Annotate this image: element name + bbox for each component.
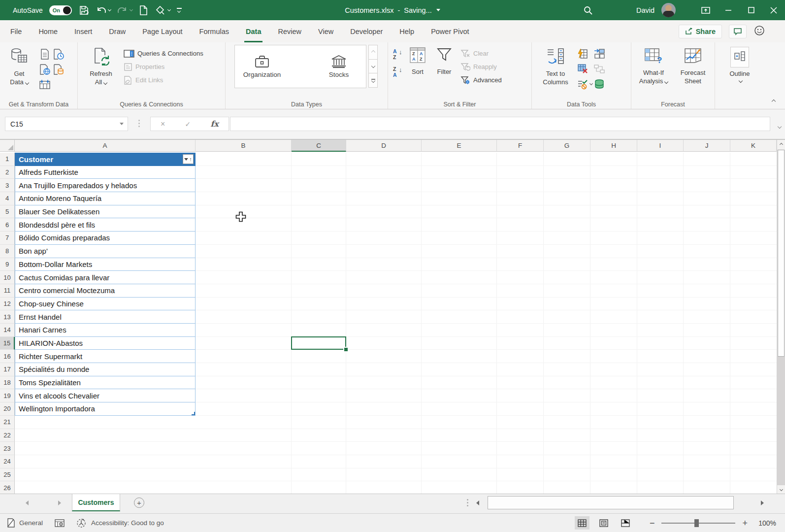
formula-input[interactable] <box>230 117 770 131</box>
cell-A19[interactable]: Vins et alcools Chevalier <box>15 389 196 402</box>
cell-A15[interactable]: HILARION-Abastos <box>15 337 196 350</box>
close-button[interactable] <box>762 0 785 20</box>
sheet-tab-customers[interactable]: Customers <box>72 494 120 511</box>
ink-tool-button[interactable] <box>154 5 170 16</box>
scroll-left-button[interactable] <box>471 495 485 510</box>
expand-formula-bar-button[interactable] <box>778 121 781 130</box>
formula-bar-splitter[interactable] <box>138 120 140 127</box>
filter-button[interactable]: Filter <box>430 45 458 76</box>
data-type-organization[interactable]: Organization <box>235 55 289 78</box>
row-header-25[interactable]: 25 <box>0 468 15 482</box>
row-header-3[interactable]: 3 <box>0 179 15 192</box>
column-header-A[interactable]: A <box>15 140 196 152</box>
cell-A20[interactable]: Wellington Importadora <box>15 402 196 416</box>
tab-draw[interactable]: Draw <box>100 20 134 42</box>
ribbon-display-options-button[interactable] <box>694 0 717 20</box>
row-header-26[interactable]: 26 <box>0 481 15 495</box>
row-header-23[interactable]: 23 <box>0 442 15 455</box>
zoom-slider-handle[interactable] <box>694 519 699 527</box>
name-box[interactable]: C15 <box>5 117 128 131</box>
outline-button[interactable]: Outline <box>727 45 752 82</box>
from-table-range-button[interactable] <box>38 78 51 91</box>
vertical-scrollbar[interactable] <box>777 140 785 495</box>
recent-sources-button[interactable] <box>52 48 65 61</box>
tab-data[interactable]: Data <box>237 20 269 42</box>
search-button[interactable] <box>583 5 593 15</box>
filter-sort-button[interactable]: ↑ <box>183 154 194 164</box>
tab-scroll-splitter[interactable] <box>467 499 468 506</box>
refresh-all-button[interactable]: Refresh All <box>82 45 120 86</box>
column-header-I[interactable]: I <box>637 140 684 152</box>
row-header-8[interactable]: 8 <box>0 245 15 258</box>
what-if-analysis-button[interactable]: ? What-If Analysis <box>633 45 674 85</box>
save-button[interactable] <box>78 5 89 16</box>
tab-insert[interactable]: Insert <box>66 20 100 42</box>
manage-data-model-button[interactable] <box>593 78 606 91</box>
accessibility-status[interactable]: Accessibility: Good to go <box>76 518 164 528</box>
cell-A2[interactable]: Alfreds Futterkiste <box>15 166 196 179</box>
zoom-out-button[interactable]: − <box>650 519 655 528</box>
sort-button[interactable]: ZAAZ Sort <box>405 45 430 76</box>
scroll-right-button[interactable] <box>755 495 769 510</box>
row-header-24[interactable]: 24 <box>0 455 15 468</box>
row-header-10[interactable]: 10 <box>0 271 15 284</box>
sort-ascending-button[interactable]: AZ↓ <box>392 48 405 62</box>
cell-A11[interactable]: Centro comercial Moctezuma <box>15 284 196 298</box>
from-text-csv-button[interactable] <box>38 48 51 61</box>
column-header-F[interactable]: F <box>497 140 544 152</box>
column-header-G[interactable]: G <box>544 140 590 152</box>
cell-A17[interactable]: Spécialités du monde <box>15 363 196 376</box>
row-header-14[interactable]: 14 <box>0 324 15 337</box>
tab-review[interactable]: Review <box>269 20 310 42</box>
new-sheet-button[interactable]: + <box>134 498 144 508</box>
cell-A18[interactable]: Toms Spezialitäten <box>15 376 196 390</box>
autosave-toggle[interactable]: On <box>49 5 72 15</box>
maximize-button[interactable] <box>740 0 762 20</box>
column-header-K[interactable]: K <box>730 140 777 152</box>
page-break-preview-button[interactable] <box>618 516 633 530</box>
zoom-slider[interactable] <box>661 523 735 524</box>
fill-handle[interactable] <box>344 348 348 351</box>
insert-function-button[interactable]: fx <box>210 119 218 129</box>
sensitivity-button[interactable]: General <box>7 518 43 528</box>
cell-A16[interactable]: Richter Supermarkt <box>15 350 196 363</box>
macro-recording-button[interactable] <box>55 519 65 528</box>
data-type-stocks[interactable]: Stocks <box>312 55 366 78</box>
row-header-7[interactable]: 7 <box>0 232 15 245</box>
row-header-4[interactable]: 4 <box>0 192 15 205</box>
cell-A7[interactable]: Bólido Comidas preparadas <box>15 232 196 245</box>
row-header-18[interactable]: 18 <box>0 376 15 390</box>
row-header-20[interactable]: 20 <box>0 402 15 416</box>
tab-help[interactable]: Help <box>391 20 423 42</box>
row-header-19[interactable]: 19 <box>0 389 15 402</box>
avatar[interactable] <box>661 3 676 17</box>
zoom-in-button[interactable]: + <box>742 519 748 528</box>
remove-duplicates-button[interactable] <box>576 63 589 75</box>
tab-formulas[interactable]: Formulas <box>191 20 237 42</box>
comments-button[interactable] <box>729 25 747 38</box>
cell-A9[interactable]: Bottom-Dollar Markets <box>15 258 196 271</box>
tab-view[interactable]: View <box>310 20 342 42</box>
name-box-dropdown-icon[interactable] <box>120 123 124 125</box>
cell-A5[interactable]: Blauer See Delikatessen <box>15 205 196 219</box>
row-header-5[interactable]: 5 <box>0 205 15 219</box>
row-header-13[interactable]: 13 <box>0 310 15 324</box>
undo-button[interactable] <box>96 5 111 15</box>
cell-A3[interactable]: Ana Trujillo Emparedados y helados <box>15 179 196 192</box>
cell-A6[interactable]: Blondesddsl père et fils <box>15 218 196 232</box>
minimize-button[interactable] <box>717 0 740 20</box>
zoom-level[interactable]: 100% <box>753 519 776 527</box>
column-header-E[interactable]: E <box>422 140 497 152</box>
row-header-17[interactable]: 17 <box>0 363 15 376</box>
cell-A1-table-header[interactable]: Customer↑ <box>15 153 196 166</box>
cell-A8[interactable]: Bon app' <box>15 245 196 258</box>
horizontal-scroll-thumb[interactable] <box>488 496 734 509</box>
cell-A4[interactable]: Antonio Moreno Taquería <box>15 192 196 205</box>
forecast-sheet-button[interactable]: Forecast Sheet <box>674 45 712 85</box>
row-header-11[interactable]: 11 <box>0 284 15 298</box>
user-name[interactable]: David <box>636 6 654 14</box>
gallery-scroll-down-button[interactable] <box>368 59 378 73</box>
gallery-more-button[interactable] <box>368 73 378 88</box>
column-header-D[interactable]: D <box>346 140 422 152</box>
cell-A13[interactable]: Ernst Handel <box>15 310 196 324</box>
